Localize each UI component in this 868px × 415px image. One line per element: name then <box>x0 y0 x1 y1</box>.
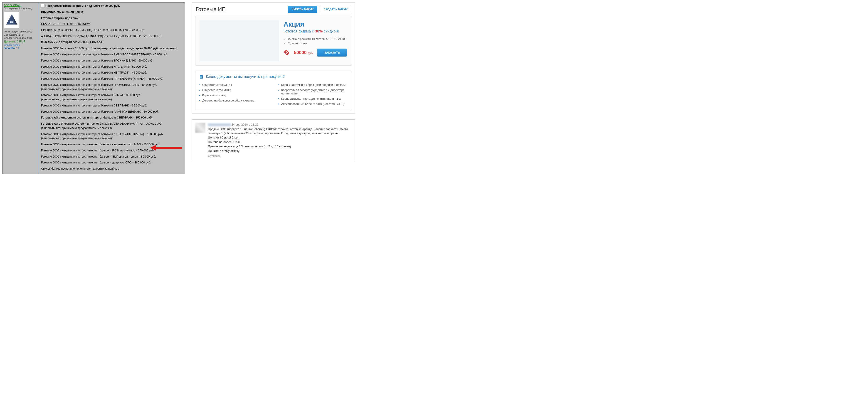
price-line: Готовые ООО с открытым счетом и интернет… <box>41 93 183 102</box>
seller-guarantor: ГАРАНТА: 18 <box>4 47 37 50</box>
svg-rect-6 <box>200 76 202 76</box>
doc-item: Свидетельство ОГРН <box>199 82 269 87</box>
promo-subheading: Готовая фирма с 30% скидкой! <box>283 29 347 34</box>
comment-text: Пишите в личку отвечу <box>208 149 352 153</box>
doc-item: Договор на банковское обслуживание; <box>199 98 269 103</box>
post-line: ПРЕДЛАГАЕМ ГОТОВЫЕ ФИРМЫ ПОД КЛЮЧ С ОТКР… <box>41 28 183 32</box>
price-line: Готовые ООО с открытым счетом и интернет… <box>41 53 183 57</box>
document-list-icon <box>199 75 204 79</box>
docs-list-right: Копию карточки с образцами подписи и печ… <box>278 82 348 107</box>
promo-heading: Акция <box>283 21 347 28</box>
buy-company-button[interactable]: КУПИТЬ ФИРМУ <box>288 6 317 13</box>
price-line: Готовые ООО с открытым счетом и интернет… <box>41 65 183 69</box>
comment-text: Цены от 80 до 180 т.р. <box>208 136 352 140</box>
price-line: Готовые ООО с открытым счетом, интернет … <box>41 160 183 165</box>
attention-heading: Внимание, мы снизили цены! <box>41 10 183 14</box>
price-line: Готовые ООО с открытым счетом и интернет… <box>41 70 183 75</box>
promo-feature: ✔Фирма с расчетным счетом в СБЕРБАНКЕ <box>283 37 347 41</box>
promo-image-placeholder <box>199 21 279 61</box>
comment-text: Продам ООО (порядка 15 наименований) ОКВ… <box>208 127 352 135</box>
doc-item: Свидетельство ИНН; <box>199 87 269 93</box>
forum-post-panel: BSC.GLOBAL Проверенный продавец ЦБ Регис… <box>2 2 185 174</box>
seller-logo: ЦБ <box>4 12 20 28</box>
order-button[interactable]: ЗАКАЗАТЬ <box>317 49 347 57</box>
price-line: Готовые ООО без счета - 25 000 руб. (для… <box>41 46 183 51</box>
post-title: Предлагаем готовые фирмы под ключ от 20 … <box>45 4 120 8</box>
doc-item: Коды статистики; <box>199 93 269 98</box>
sell-company-button[interactable]: ПРОДАТЬ ФИРМУ <box>319 6 351 13</box>
social-comment: 24 апр 2018 в 13:22 Продам ООО (порядка … <box>192 119 355 161</box>
seller-deals-via: Сделок через <box>4 43 37 46</box>
price-line: Готовые ООО с открытым счетом, интернет … <box>41 142 183 147</box>
promo-banner: Акция Готовая фирма с 30% скидкой! ✔Фирм… <box>195 16 352 66</box>
turnkey-heading: Готовые фирмы под ключ: <box>41 16 183 21</box>
doc-item: Корпоративная карта для снятия наличных; <box>278 96 348 101</box>
comment-text: Прямая передача под ЗП генеральному (от … <box>208 144 352 148</box>
doc-item: Копию карточки с образцами подписи и печ… <box>278 82 348 87</box>
price-tag-icon <box>283 50 289 56</box>
avatar <box>195 123 205 133</box>
post-line: В НАЛИЧИИ СЕГОДНЯ 500 ФИРМ НА ВЫБОР! <box>41 40 183 45</box>
seller-username-link[interactable]: BSC.GLOBAL <box>4 4 21 7</box>
price-line: Готовые ООО с открытым счетом и интернет… <box>41 83 183 91</box>
comment-header: 24 апр 2018 в 13:22 <box>208 123 352 126</box>
price-line: Готовые АО с открытым счетом и интернет … <box>41 122 183 130</box>
svg-point-4 <box>285 51 286 52</box>
price-line: Готовые ООО с открытым счетом и интернет… <box>41 59 183 63</box>
seller-messages: Сообщений: 372 <box>4 33 37 36</box>
reply-link[interactable]: Ответить <box>208 154 352 157</box>
promo-feature: ✔С директором <box>283 41 347 46</box>
price-line: Готовые ООО с открытым счетом и интернет… <box>41 132 183 141</box>
price-line-highlighted: Готовые ООО с открытым счетом, интернет … <box>41 148 183 153</box>
post-line: А ТАК-ЖЕ ИЗГОТОВИМ ПОД ЗАКАЗ ИЛИ ПОДБЕРЕ… <box>41 34 183 38</box>
shop-title: Готовые ИП <box>196 6 226 12</box>
comment-date: 24 апр 2018 в 13:22 <box>231 123 258 126</box>
post-body: Предлагаем готовые фирмы под ключ от 20 … <box>39 2 185 174</box>
svg-rect-7 <box>200 77 202 77</box>
price-line: Список банков постоянно пополняется след… <box>41 167 183 171</box>
seller-deals: Сделок через Гарант:18 <box>4 36 37 39</box>
seller-sidebar: BSC.GLOBAL Проверенный продавец ЦБ Регис… <box>2 2 39 174</box>
documents-box: Какие документы вы получите при покупке?… <box>195 70 352 110</box>
seller-registration: Регистрация: 20.07.2012 <box>4 30 37 33</box>
shop-card: Готовые ИП КУПИТЬ ФИРМУ ПРОДАТЬ ФИРМУ Ак… <box>192 2 355 114</box>
promo-price: 50000 руб <box>294 50 313 55</box>
price-line: Готовые ООО с открытым счетом, интернет … <box>41 155 183 159</box>
svg-rect-8 <box>200 77 202 78</box>
comment-text: На гене не более 2 ю.л. <box>208 140 352 144</box>
download-list-link[interactable]: СКАЧАТЬ СПИСОК ГОТОВЫХ ФИРМ <box>41 23 90 26</box>
docs-heading: Какие документы вы получите при покупке? <box>206 75 285 79</box>
price-line: Готовые ООО с открытым счетом и интернет… <box>41 103 183 108</box>
price-line-bold: Готовые АО с открытым счетом и интернет … <box>41 116 183 120</box>
blurred-username <box>208 123 230 126</box>
seller-deposit: Депозит: 0 RUR <box>4 40 37 43</box>
price-line: Готовые ООО с открытым счетом и интернет… <box>41 77 183 81</box>
document-icon <box>41 4 44 8</box>
doc-item: Ксерокопия паспорта учредителя и директо… <box>278 87 348 96</box>
check-icon: ✔ <box>283 37 286 41</box>
check-icon: ✔ <box>283 42 286 45</box>
doc-item: Активированный Клиент-банк (носитель ЭЦП… <box>278 101 348 107</box>
price-line: Готовые ООО с открытым счетом и интернет… <box>41 110 183 114</box>
svg-text:ЦБ: ЦБ <box>10 20 13 23</box>
seller-verified-label: Проверенный продавец <box>4 7 37 10</box>
docs-list-left: Свидетельство ОГРН Свидетельство ИНН; Ко… <box>199 82 269 107</box>
